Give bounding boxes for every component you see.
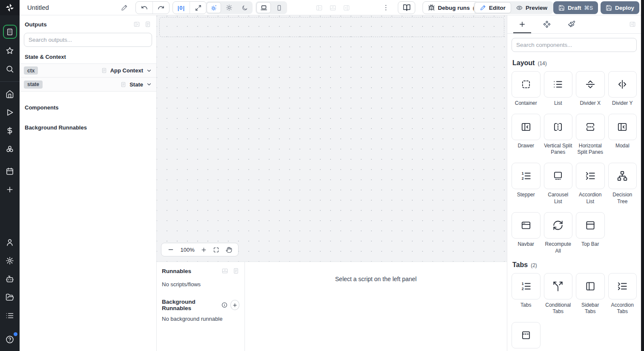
sidebar-item-play[interactable] xyxy=(3,106,16,119)
component-card-conditional-tabs[interactable]: Conditional Tabs xyxy=(544,273,573,316)
zoom-in-button[interactable] xyxy=(201,247,207,253)
component-card-tabs[interactable]: 12Tabs xyxy=(512,273,540,316)
panel-left-ghost-icon xyxy=(316,4,323,12)
preview-tab[interactable]: Preview xyxy=(511,2,552,13)
drawer-icon xyxy=(520,121,532,132)
deploy-button[interactable]: Deploy xyxy=(601,1,639,14)
fit-view-button[interactable] xyxy=(213,247,219,253)
sidebar-item-calendar[interactable] xyxy=(3,165,16,178)
accordion-tabs-icon xyxy=(617,281,628,292)
pencil-icon xyxy=(480,5,486,11)
pencil-icon xyxy=(121,4,128,11)
outputs-search-input[interactable] xyxy=(29,37,147,43)
tab-insert-component[interactable] xyxy=(510,15,535,33)
component-card-stepper[interactable]: 12Stepper xyxy=(512,163,540,205)
undo-icon xyxy=(141,4,148,11)
component-card-invisible-tabs[interactable] xyxy=(512,322,540,351)
sidebar-item-building[interactable] xyxy=(3,25,17,39)
components-search xyxy=(512,38,637,52)
zoom-reset-button[interactable]: |0| xyxy=(173,2,190,14)
canvas-dropzone[interactable] xyxy=(159,17,504,37)
sidebar-item-gear[interactable] xyxy=(3,254,16,267)
component-card-decision-tree[interactable]: Decision Tree xyxy=(608,163,637,205)
outputs-title: Outputs xyxy=(25,21,47,28)
theme-toggle-group xyxy=(206,1,253,14)
recompute-icon xyxy=(552,220,564,231)
component-card-sidebar-tabs[interactable]: Sidebar Tabs xyxy=(576,273,605,316)
component-label: Drawer xyxy=(518,143,534,150)
edit-title-pencil-icon[interactable] xyxy=(121,4,128,11)
component-label: Accordion List xyxy=(576,192,605,205)
theme-dark-button[interactable] xyxy=(237,2,252,13)
save-icon xyxy=(558,5,565,11)
windmill-logo[interactable] xyxy=(0,0,20,15)
divider-x-icon xyxy=(585,79,596,90)
toggle-left-panel-icon[interactable] xyxy=(316,4,323,12)
components-search-input[interactable] xyxy=(516,42,632,48)
docs-button[interactable] xyxy=(398,1,415,14)
more-menu-button[interactable] xyxy=(382,4,390,12)
component-card-modal[interactable]: Modal xyxy=(608,114,637,156)
draft-button[interactable]: Draft ⌘S xyxy=(553,1,598,14)
app-canvas[interactable]: 100% xyxy=(157,15,507,262)
hand-icon xyxy=(226,247,232,253)
theme-auto-button[interactable] xyxy=(207,2,221,13)
editor-tab[interactable]: Editor xyxy=(474,2,511,13)
sidebar-item-help[interactable] xyxy=(3,333,16,346)
chevron-down-icon[interactable] xyxy=(146,81,152,87)
theme-light-button[interactable] xyxy=(222,2,236,13)
list-menu-icon xyxy=(6,311,14,320)
component-card-accordion-list[interactable]: Accordion List xyxy=(576,163,605,205)
tab-component-tree[interactable] xyxy=(535,15,559,33)
component-card-container[interactable]: Container xyxy=(512,71,540,107)
device-desktop-button[interactable] xyxy=(256,2,271,13)
output-row-state[interactable]: stateState xyxy=(20,78,156,92)
doc-icon xyxy=(144,21,151,28)
sidebar-item-dollar[interactable] xyxy=(3,124,16,137)
pan-mode-button[interactable] xyxy=(226,247,232,253)
window-edge xyxy=(641,0,644,351)
pencil-icon xyxy=(480,5,486,11)
component-card-navbar[interactable]: Navbar xyxy=(512,212,540,255)
undo-button[interactable] xyxy=(136,2,152,14)
component-card-horizontal-split[interactable]: Horizontal Split Panes xyxy=(576,114,605,156)
tab-styling[interactable] xyxy=(559,15,584,33)
sidebar-item-home[interactable] xyxy=(3,88,16,101)
sidebar-item-boxes[interactable] xyxy=(3,143,16,155)
component-card-divider-y[interactable]: Divider Y xyxy=(608,71,637,107)
sidebar-item-folder[interactable] xyxy=(3,291,16,304)
add-background-runnable-button[interactable] xyxy=(230,300,239,310)
sidebar-item-user[interactable] xyxy=(3,236,16,249)
more-vertical-icon xyxy=(382,4,390,12)
component-card-accordion-tabs[interactable]: Accordion Tabs xyxy=(608,273,637,316)
panel-bottom-ghost-icon xyxy=(329,4,336,12)
sidebar-item-search[interactable] xyxy=(3,63,16,75)
component-card-recompute[interactable]: Recompute All xyxy=(544,212,573,255)
output-row-ctx[interactable]: ctxApp Context xyxy=(20,63,156,78)
component-card-divider-x[interactable]: Divider X xyxy=(576,71,605,107)
expand-canvas-button[interactable] xyxy=(190,2,206,14)
help-icon xyxy=(6,335,14,344)
redo-button[interactable] xyxy=(152,2,169,14)
zoom-out-button[interactable] xyxy=(167,246,174,253)
component-card-vertical-split[interactable]: Vertical Split Panes xyxy=(544,114,573,156)
component-card-carousel[interactable]: Carousel List xyxy=(544,163,573,205)
sidebar-item-list-menu[interactable] xyxy=(3,309,16,322)
zoom-level: 100% xyxy=(181,247,195,253)
toggle-bottom-panel-icon[interactable] xyxy=(329,4,336,12)
collapse-panel-icon[interactable] xyxy=(133,21,140,28)
phone-icon xyxy=(276,5,282,11)
sidebar-item-star[interactable] xyxy=(3,44,16,57)
component-card-drawer[interactable]: Drawer xyxy=(512,114,540,156)
toggle-right-panel-icon[interactable] xyxy=(343,4,350,12)
component-card-list[interactable]: List xyxy=(544,71,573,107)
chevron-down-icon[interactable] xyxy=(146,68,152,74)
device-mobile-button[interactable] xyxy=(272,2,286,13)
collapse-bottom-panel-icon[interactable] xyxy=(221,268,228,274)
doc-panel-icon[interactable] xyxy=(144,21,151,28)
collapse-right-panel-icon[interactable] xyxy=(629,15,638,33)
sidebar-item-plus[interactable] xyxy=(3,183,16,196)
component-card-top-bar[interactable]: Top Bar xyxy=(576,212,605,255)
doc-panel-icon[interactable] xyxy=(233,268,239,274)
sidebar-item-bot[interactable] xyxy=(3,273,16,285)
